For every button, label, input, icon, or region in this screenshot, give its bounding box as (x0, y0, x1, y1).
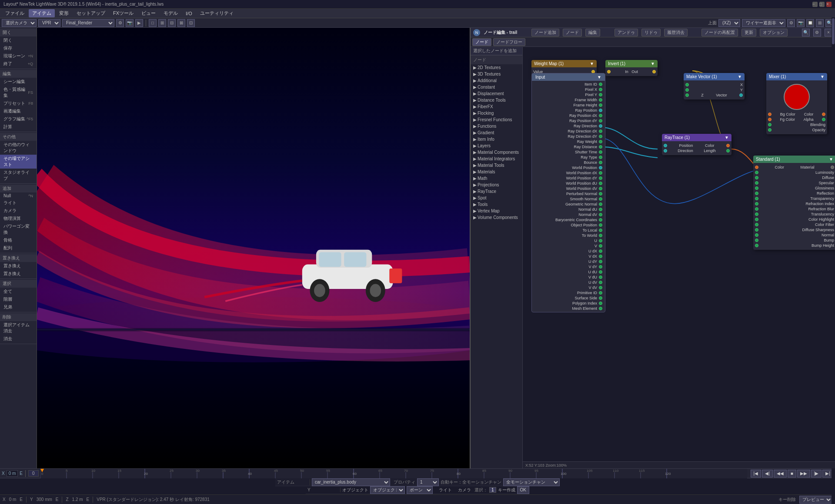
std-trans-in[interactable] (755, 197, 758, 200)
raytrace-node[interactable]: RayTrace (1) ▼ Position Color Direction (662, 134, 731, 155)
std-material-out[interactable] (831, 166, 834, 169)
mixer-opacity-in[interactable] (768, 128, 772, 132)
node-btn-redo[interactable]: リドゥ (641, 29, 661, 36)
rt-color-out[interactable] (726, 144, 730, 147)
node-category-flocking[interactable]: ▶Flocking (471, 110, 522, 116)
sidebar-item-camera[interactable]: カメラ (0, 207, 37, 215)
mv-vector-out[interactable] (739, 93, 743, 97)
sidebar-item-select-sibling[interactable]: 兄弟 (0, 303, 37, 311)
mixer-alpha-out[interactable] (822, 118, 825, 121)
sidebar-item-skeleton[interactable]: 骨格 (0, 236, 37, 244)
node-category-materials[interactable]: ▶Materials (471, 169, 522, 175)
sidebar-item-null[interactable]: Null^N (0, 192, 37, 199)
std-normal-in[interactable] (755, 233, 758, 237)
view2-icon3[interactable]: 🔲 (806, 19, 814, 27)
node-search-icon[interactable]: 🔍 (802, 29, 810, 36)
main-viewport[interactable] (37, 28, 470, 468)
node-btn-update[interactable]: 更新 (741, 29, 756, 36)
sidebar-item-select-hierarchy[interactable]: 階層 (0, 295, 37, 303)
render-icon[interactable]: ▶ (135, 19, 143, 27)
node-btn-reconnect[interactable]: ノードの再配置 (701, 29, 738, 36)
std-gloss-in[interactable] (755, 186, 758, 190)
node-category-tools[interactable]: ▶Tools (471, 201, 522, 208)
node-category-layers[interactable]: ▶Layers (471, 143, 522, 149)
sidebar-item-physics[interactable]: 物理演算 (0, 215, 37, 222)
node-category-math[interactable]: ▶Math (471, 175, 522, 182)
sidebar-item-light[interactable]: ライト (0, 199, 37, 207)
mixer-bg-in[interactable] (768, 113, 772, 116)
invert-node[interactable]: Invert (1) ▼ In Out (605, 60, 658, 76)
menu-file[interactable]: ファイル (2, 9, 28, 17)
node-category-item-info[interactable]: ▶Item Info (471, 136, 522, 143)
node-btn-undo[interactable]: アンドゥ (615, 29, 638, 36)
mixer-color-out[interactable] (822, 113, 825, 116)
sidebar-item-close[interactable]: 閉く (0, 36, 37, 44)
node-category-material-tools[interactable]: ▶Material Tools (471, 162, 522, 169)
node-category-constant[interactable]: ▶Constant (471, 84, 522, 90)
std-refidx-in[interactable] (755, 202, 758, 206)
minimize-button[interactable]: − (812, 2, 818, 7)
status-preview-select[interactable]: プレビュー (799, 496, 832, 504)
node-btn-edit[interactable]: 編集 (585, 29, 600, 36)
std-bumph-in[interactable] (755, 244, 758, 247)
add-selected-node-btn[interactable]: 選択したノードを追加 (471, 47, 522, 55)
std-lum-in[interactable] (755, 171, 758, 174)
camera-select[interactable]: 選択カメラ (2, 19, 37, 27)
next-key-btn[interactable]: |▶ (811, 470, 822, 477)
menu-utility[interactable]: ユーティリティ (197, 9, 237, 17)
node-category-gradient[interactable]: ▶Gradient (471, 129, 522, 136)
std-spec-in[interactable] (755, 181, 758, 185)
mixer-fg-in[interactable] (768, 118, 772, 121)
node-category-additional[interactable]: ▶Additional (471, 77, 522, 84)
node-category-material-components[interactable]: ▶Material Components (471, 149, 522, 156)
view2-cam[interactable]: 📷 (797, 19, 805, 27)
node-category-material-integrators[interactable]: ▶Material Integrators (471, 156, 522, 162)
sidebar-item-select-all[interactable]: 全て (0, 288, 37, 295)
rt-length-out[interactable] (726, 149, 730, 153)
std-bump-in[interactable] (755, 239, 758, 242)
sidebar-item-power-gon[interactable]: パワーゴン変換 (0, 222, 37, 236)
sidebar-item-other-windows[interactable]: その他のウィンドウ (0, 141, 37, 155)
sidebar-item-array[interactable]: 配列 (0, 244, 37, 252)
sidebar-item-clear[interactable]: 消去 (0, 335, 37, 343)
node-settings-icon[interactable]: ⚙ (813, 29, 821, 36)
node-btn-clear[interactable]: 履歴消去 (664, 29, 688, 36)
node-category-fresnel[interactable]: ▶Fresnel Functions (471, 116, 522, 123)
sidebar-item-replace2[interactable]: 置き換え (0, 270, 37, 278)
close-button[interactable]: × (826, 2, 832, 7)
timeline-autokey-select[interactable]: 全モーションチャン (503, 478, 560, 486)
sidebar-item-graph[interactable]: グラフ編集^F5 (0, 115, 37, 123)
window-controls[interactable]: − □ × (812, 2, 832, 7)
invert-out-port[interactable] (652, 70, 656, 73)
node-category-distance-tools[interactable]: ▶Distance Tools (471, 97, 522, 103)
node-btn-options[interactable]: オプション (760, 29, 788, 36)
camera-icon[interactable]: 📷 (126, 19, 134, 27)
sidebar-item-clear-selected[interactable]: 選択アイテム消去 (0, 321, 37, 335)
rt-position-in[interactable] (664, 144, 667, 147)
layout-1[interactable]: □ (149, 19, 157, 27)
node-btn-node[interactable]: ノード (563, 29, 582, 36)
sidebar-item-studio-live[interactable]: スタジオライブ (0, 169, 37, 182)
menu-view[interactable]: ビュー (138, 9, 159, 17)
timeline-obj-select[interactable]: オブジェクト (370, 486, 405, 494)
node-tab-flow[interactable]: ノードフロー (493, 38, 525, 46)
layout-5[interactable]: ⊡ (187, 19, 195, 27)
render-profile-select[interactable]: Final_Render (62, 19, 114, 27)
sidebar-item-scene-edit[interactable]: シーン編集 (0, 78, 37, 86)
node-category-spot[interactable]: ▶Spot (471, 195, 522, 201)
node-category-functions[interactable]: ▶Functions (471, 123, 522, 129)
timeline-body-select[interactable]: car_inertia_plus.body (312, 478, 390, 486)
make-vector-node[interactable]: Make Vector (1) ▼ X Y (684, 73, 745, 99)
layout-2[interactable]: ⊞ (158, 19, 166, 27)
menu-transform[interactable]: 変形 (56, 9, 72, 17)
node-category-fiberfx[interactable]: ▶FiberFX (471, 103, 522, 110)
rt-direction-in[interactable] (664, 149, 667, 153)
vpr-select[interactable]: VPR (38, 19, 60, 27)
timeline-bone-select[interactable]: ボーン (407, 486, 433, 494)
std-trans2-in[interactable] (755, 212, 758, 216)
standard-node[interactable]: Standard (1) ▼ Color Material Luminosity (753, 156, 835, 250)
input-node[interactable]: Input ▼ Item ID Pixel X Pixel Y Frame Wi… (531, 73, 605, 312)
mv-x-in[interactable] (685, 83, 689, 86)
sidebar-item-quit[interactable]: 終了+Q (0, 60, 37, 68)
stop-btn[interactable]: ■ (788, 470, 796, 477)
